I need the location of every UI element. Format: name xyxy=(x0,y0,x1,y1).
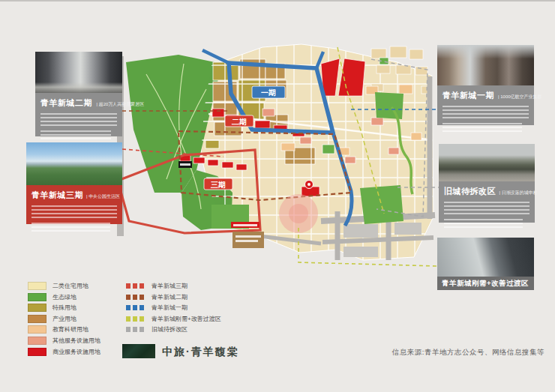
legend-color-swatch xyxy=(28,315,46,323)
legend-color-swatch xyxy=(28,282,46,290)
master-plan-map: 一期 二期 三期 xyxy=(112,43,442,268)
oldtown-bodytext xyxy=(444,202,530,214)
panel-phase1: 青羊新城一期 | 1000亿航空产业集群 xyxy=(437,45,534,125)
phase3-title: 青羊新城三期 xyxy=(32,190,83,201)
phase2-subtitle: | 超20万人高密度聚居区 xyxy=(97,101,145,107)
legend-row: 青羊新城刚需+改善过渡区 xyxy=(126,316,221,322)
phase2-bodytext2 xyxy=(40,130,111,139)
legend-label: 二类住宅用地 xyxy=(52,282,88,290)
legend-label: 青羊新城一期 xyxy=(152,304,188,312)
legend-row: 青羊新城一期 xyxy=(126,304,221,311)
legend-label: 教育科研用地 xyxy=(52,325,88,334)
legend-label: 青羊新城刚需+改善过渡区 xyxy=(152,315,221,323)
phase1-bodytext xyxy=(442,106,529,118)
legend-line-swatch xyxy=(126,327,146,332)
phase3-bodytext2 xyxy=(32,223,110,232)
phase3-subtitle: | 中央公园生活区 xyxy=(86,193,120,199)
legend-land-list: 二类住宅用地生态绿地特殊用地产业用地教育科研用地其他服务设施用地商业服务设施用地 xyxy=(28,283,100,359)
phase3-map-label: 三期 xyxy=(211,181,226,189)
oldtown-subtitle: | 日渐没落的城中村 xyxy=(499,190,537,196)
legend-color-swatch xyxy=(28,337,46,345)
oldtown-title: 旧城待拆改区 xyxy=(444,186,496,197)
legend-label: 特殊用地 xyxy=(52,304,76,312)
phase3-bodytext xyxy=(32,205,117,218)
legend-color-swatch xyxy=(28,348,46,356)
legend-zone-list: 青羊新城三期青羊新城二期青羊新城一期青羊新城刚需+改善过渡区旧城待拆改区 xyxy=(126,283,221,337)
phase1-bodytext2 xyxy=(442,123,522,132)
project-logo-text: 中旅·青羊馥棠 xyxy=(162,346,239,359)
phase1-map-label: 一期 xyxy=(261,88,276,97)
phase2-bodytext xyxy=(40,113,117,126)
source-note: 信息来源:青羊地方志公众号、网络信息搜集等 xyxy=(392,348,544,358)
legend-row: 二类住宅用地 xyxy=(28,283,100,289)
transition-title-strip: 青羊新城刚需+改善过渡区 xyxy=(437,277,534,290)
legend-row: 青羊新城二期 xyxy=(126,294,221,301)
legend-line-swatch xyxy=(126,305,146,310)
legend-row: 青羊新城三期 xyxy=(126,283,221,289)
legend-label: 商业服务设施用地 xyxy=(52,348,100,356)
legend-line-swatch xyxy=(126,295,146,300)
legend-row: 教育科研用地 xyxy=(28,326,100,333)
panel-phase3: 青羊新城三期 | 中央公园生活区 xyxy=(26,142,122,224)
legend-color-swatch xyxy=(28,304,46,312)
transition-title: 青羊新城刚需+改善过渡区 xyxy=(442,279,529,289)
legend-label: 旧城待拆改区 xyxy=(152,325,188,334)
legend-label: 青羊新城二期 xyxy=(152,293,188,301)
oldtown-bodytext2 xyxy=(444,219,523,228)
panel-transition: 青羊新城刚需+改善过渡区 xyxy=(437,238,534,290)
phase1-title: 青羊新城一期 xyxy=(442,90,494,101)
legend-label: 青羊新城三期 xyxy=(152,282,188,290)
poster: 一期 二期 三期 青羊新城二期 | 超20万人高密度聚居区 青羊新 xyxy=(0,0,555,392)
legend-label: 其他服务设施用地 xyxy=(52,337,100,345)
legend-row: 其他服务设施用地 xyxy=(28,337,100,344)
phase1-subtitle: | 1000亿航空产业集群 xyxy=(498,94,542,100)
legend-color-swatch xyxy=(28,293,46,301)
panel-phase2: 青羊新城二期 | 超20万人高密度聚居区 xyxy=(35,52,122,136)
legend-label: 生态绿地 xyxy=(52,293,76,301)
phase2-title: 青羊新城二期 xyxy=(40,97,92,109)
legend-line-swatch xyxy=(126,316,146,322)
legend-row: 生态绿地 xyxy=(28,294,100,301)
legend-row: 特殊用地 xyxy=(28,304,100,311)
phase2-map-label: 二期 xyxy=(232,118,247,126)
panel-oldtown: 旧城待拆改区 | 日渐没落的城中村 xyxy=(439,144,535,223)
phase2-photo xyxy=(35,52,122,93)
legend-color-swatch xyxy=(28,325,46,334)
project-highlight-core xyxy=(289,204,308,223)
legend-row: 旧城待拆改区 xyxy=(126,326,221,333)
legend-row: 商业服务设施用地 xyxy=(28,349,100,355)
logo-aerial-thumbnail xyxy=(122,344,155,358)
legend-row: 产业用地 xyxy=(28,316,100,322)
legend-line-swatch xyxy=(126,283,146,289)
legend-label: 产业用地 xyxy=(52,315,76,323)
phase1-photo xyxy=(437,45,534,85)
oldtown-photo xyxy=(439,144,535,181)
phase3-photo xyxy=(26,142,122,185)
